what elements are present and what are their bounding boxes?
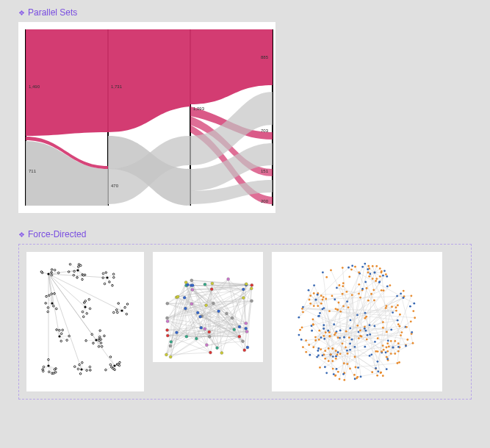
svg-point-442	[242, 288, 245, 291]
svg-point-740	[347, 306, 350, 308]
svg-point-658	[309, 295, 311, 297]
svg-point-435	[169, 355, 172, 358]
svg-point-727	[339, 378, 341, 380]
svg-point-747	[356, 325, 359, 327]
svg-point-171	[115, 309, 118, 311]
svg-point-723	[324, 366, 326, 368]
svg-point-207	[47, 364, 49, 366]
svg-point-199	[48, 371, 51, 373]
svg-point-798	[364, 346, 366, 348]
svg-point-639	[335, 350, 337, 352]
svg-point-743	[345, 346, 347, 348]
svg-point-434	[245, 330, 248, 333]
svg-line-387	[219, 289, 252, 311]
svg-point-840	[355, 366, 357, 369]
svg-point-148	[102, 277, 104, 279]
svg-point-757	[314, 336, 317, 339]
svg-text:703: 703	[261, 129, 269, 133]
force-chart-colored[interactable]	[153, 252, 263, 362]
svg-point-846	[343, 336, 345, 339]
svg-point-443	[165, 317, 168, 319]
svg-point-225	[109, 356, 112, 358]
svg-point-667	[320, 336, 323, 339]
svg-point-147	[112, 273, 115, 275]
svg-point-859	[370, 293, 372, 295]
svg-line-496	[366, 297, 404, 330]
section-title: Force-Directed	[28, 229, 86, 239]
svg-point-419	[238, 325, 241, 328]
force-chart-clusters[interactable]	[26, 252, 144, 391]
svg-point-897	[335, 332, 337, 334]
svg-point-831	[364, 263, 366, 265]
svg-point-822	[325, 276, 328, 278]
svg-point-756	[328, 310, 331, 312]
svg-point-646	[386, 347, 388, 349]
svg-point-744	[348, 276, 350, 278]
svg-point-815	[342, 267, 344, 269]
svg-point-437	[251, 300, 253, 303]
svg-point-122	[51, 269, 53, 271]
svg-point-631	[335, 358, 337, 360]
svg-point-670	[357, 366, 359, 369]
svg-point-710	[364, 312, 367, 314]
svg-point-872	[412, 342, 414, 344]
svg-point-856	[320, 348, 322, 350]
svg-point-873	[372, 289, 375, 291]
force-chart-ring[interactable]	[272, 252, 442, 391]
parallel-sets-chart[interactable]: 1,490 711 1,731 470 1,093 885 703 151 20…	[18, 22, 275, 213]
svg-point-633	[328, 360, 330, 362]
svg-point-226	[110, 366, 112, 368]
svg-point-626	[372, 265, 374, 267]
svg-point-163	[88, 298, 90, 300]
svg-point-721	[411, 331, 413, 333]
svg-point-662	[314, 298, 317, 300]
svg-point-762	[376, 375, 378, 377]
svg-point-792	[369, 333, 371, 336]
svg-point-777	[383, 270, 386, 272]
svg-point-183	[58, 335, 60, 337]
svg-point-894	[342, 293, 344, 295]
svg-point-857	[298, 334, 300, 336]
svg-point-891	[366, 287, 368, 289]
svg-point-809	[371, 371, 373, 373]
svg-point-201	[48, 358, 50, 361]
svg-point-129	[68, 271, 70, 273]
svg-point-433	[200, 326, 203, 329]
svg-point-186	[98, 336, 101, 338]
svg-point-423	[203, 328, 206, 330]
svg-point-137	[77, 266, 79, 268]
svg-point-643	[394, 353, 396, 355]
svg-point-765	[333, 323, 335, 325]
svg-point-675	[351, 339, 353, 341]
bullet-icon: ❖	[18, 9, 25, 17]
svg-point-709	[358, 331, 360, 333]
svg-point-127	[47, 272, 49, 275]
svg-point-659	[313, 292, 315, 295]
svg-point-632	[331, 360, 334, 362]
svg-line-21	[48, 274, 82, 369]
svg-point-767	[351, 264, 353, 267]
svg-point-780	[377, 361, 379, 363]
svg-point-121	[51, 272, 53, 274]
svg-point-839	[385, 352, 387, 354]
svg-point-464	[250, 287, 253, 290]
svg-point-773	[364, 325, 366, 328]
svg-point-650	[397, 342, 400, 344]
svg-point-832	[358, 283, 360, 286]
svg-point-752	[382, 275, 384, 277]
svg-point-652	[322, 299, 324, 301]
svg-point-417	[226, 312, 228, 315]
svg-point-462	[166, 328, 169, 331]
svg-point-149	[106, 276, 108, 278]
svg-point-446	[166, 319, 169, 322]
svg-point-698	[381, 289, 383, 292]
svg-point-190	[93, 342, 95, 344]
svg-point-737	[359, 297, 361, 299]
svg-point-794	[331, 347, 334, 350]
svg-point-415	[184, 281, 187, 283]
svg-point-164	[86, 313, 88, 315]
svg-point-136	[82, 274, 84, 276]
svg-text:1,093: 1,093	[193, 106, 205, 111]
svg-point-456	[211, 282, 214, 285]
svg-point-217	[119, 361, 121, 364]
